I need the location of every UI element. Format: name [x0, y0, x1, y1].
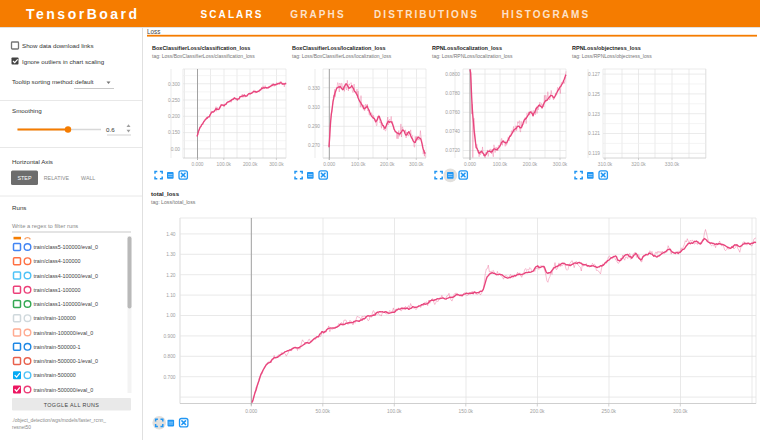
- svg-text:300.0k: 300.0k: [409, 162, 424, 167]
- svg-text:320.0k: 320.0k: [631, 162, 646, 167]
- svg-text:0.0780: 0.0780: [445, 91, 460, 96]
- svg-text:50.00k: 50.00k: [316, 409, 331, 414]
- svg-text:1.10: 1.10: [166, 293, 176, 298]
- svg-text:0.0760: 0.0760: [445, 110, 460, 115]
- svg-text:tag: Loss/total_loss: tag: Loss/total_loss: [151, 199, 196, 205]
- svg-text:1.00: 1.00: [166, 313, 176, 318]
- svg-text:Smoothing: Smoothing: [12, 107, 42, 114]
- svg-text:TensorBoard: TensorBoard: [26, 6, 140, 22]
- svg-text:0.300: 0.300: [168, 82, 180, 87]
- svg-text:0.121: 0.121: [588, 131, 600, 136]
- svg-text:200.0k: 200.0k: [523, 162, 538, 167]
- svg-text:0.150: 0.150: [168, 130, 180, 135]
- svg-text:100.0k: 100.0k: [493, 162, 508, 167]
- svg-text:0.0740: 0.0740: [445, 129, 460, 134]
- svg-text:100.0k: 100.0k: [351, 162, 366, 167]
- svg-text:0.310: 0.310: [308, 105, 320, 110]
- svg-text:Tooltip sorting method:: Tooltip sorting method:: [12, 78, 75, 85]
- svg-text:1.30: 1.30: [166, 252, 176, 257]
- svg-text:150.0k: 150.0k: [459, 409, 474, 414]
- svg-text:300.0k: 300.0k: [673, 409, 688, 414]
- svg-text:100.0k: 100.0k: [387, 409, 402, 414]
- svg-text:Runs: Runs: [12, 204, 26, 211]
- svg-text:train/class1-100000/eval_0: train/class1-100000/eval_0: [34, 301, 98, 307]
- svg-text:0.800: 0.800: [163, 354, 175, 359]
- svg-text:BoxClassifierLoss/classificati: BoxClassifierLoss/classification_loss: [152, 45, 250, 51]
- svg-text:RPNLoss/localization_loss: RPNLoss/localization_loss: [432, 45, 502, 51]
- svg-text:310.0k: 310.0k: [598, 162, 613, 167]
- svg-text:DISTRIBUTIONS: DISTRIBUTIONS: [374, 9, 479, 20]
- svg-text:0.700: 0.700: [163, 375, 175, 380]
- svg-text:tag: Loss/RPNLoss/localization: tag: Loss/RPNLoss/localization_loss: [432, 53, 513, 59]
- svg-text:train/class4-100000: train/class4-100000: [34, 258, 81, 264]
- svg-text:0.6: 0.6: [106, 126, 115, 133]
- svg-text:0.290: 0.290: [308, 124, 320, 129]
- svg-text:train/train-500000-1/eval_0: train/train-500000-1/eval_0: [34, 358, 98, 364]
- svg-text:330.0k: 330.0k: [665, 162, 680, 167]
- svg-text:0.0800: 0.0800: [445, 72, 460, 77]
- svg-text:tag: Loss/BoxClassifierLoss/lo: tag: Loss/BoxClassifierLoss/localization…: [292, 53, 392, 59]
- svg-text:1.40: 1.40: [166, 232, 176, 237]
- svg-text:200.0k: 200.0k: [243, 162, 258, 167]
- svg-text:resnet50: resnet50: [12, 425, 31, 430]
- svg-text:BoxClassifierLoss/localization: BoxClassifierLoss/localization_loss: [292, 45, 386, 51]
- svg-text:train/train-500000/eval_0: train/train-500000/eval_0: [34, 387, 94, 393]
- svg-text:300.0k: 300.0k: [553, 162, 568, 167]
- svg-text:0.00: 0.00: [171, 147, 181, 152]
- svg-text:default: default: [75, 78, 94, 85]
- svg-text:0.000: 0.000: [323, 162, 335, 167]
- svg-text:train/class4-100000/eval_0: train/class4-100000/eval_0: [34, 273, 98, 279]
- svg-text:GRAPHS: GRAPHS: [290, 9, 345, 20]
- svg-text:train/class1-100000: train/class1-100000: [34, 287, 81, 293]
- svg-text:./object_detection/wgs/models/: ./object_detection/wgs/models/faster_rcn…: [12, 418, 106, 423]
- svg-text:RELATIVE: RELATIVE: [44, 175, 70, 181]
- svg-text:Ignore outliers in chart scali: Ignore outliers in chart scaling: [22, 58, 105, 65]
- svg-text:train/train-500000: train/train-500000: [34, 372, 76, 378]
- svg-text:HISTOGRAMS: HISTOGRAMS: [502, 9, 591, 20]
- svg-text:0.0720: 0.0720: [445, 148, 460, 153]
- svg-text:0.270: 0.270: [308, 143, 320, 148]
- svg-text:Show data download links: Show data download links: [22, 42, 94, 49]
- svg-text:0.250: 0.250: [168, 98, 180, 103]
- svg-text:250.0k: 250.0k: [602, 409, 617, 414]
- svg-text:total_loss: total_loss: [151, 191, 180, 197]
- svg-text:100.0k: 100.0k: [217, 162, 232, 167]
- svg-text:0.123: 0.123: [588, 112, 600, 117]
- svg-text:RPNLoss/objectness_loss: RPNLoss/objectness_loss: [572, 45, 641, 51]
- svg-text:0.330: 0.330: [308, 86, 320, 91]
- svg-text:Loss: Loss: [147, 28, 160, 35]
- svg-text:train/train-100000: train/train-100000: [34, 315, 76, 321]
- svg-text:TOGGLE ALL RUNS: TOGGLE ALL RUNS: [44, 402, 100, 408]
- svg-text:0.000: 0.000: [191, 162, 203, 167]
- svg-text:train/class5-100000/eval_0: train/class5-100000/eval_0: [34, 244, 98, 250]
- svg-text:200.0k: 200.0k: [380, 162, 395, 167]
- svg-text:300.0k: 300.0k: [269, 162, 284, 167]
- svg-text:STEP: STEP: [17, 175, 31, 181]
- svg-text:train/train-100000/eval_0: train/train-100000/eval_0: [34, 330, 94, 336]
- svg-text:1.20: 1.20: [166, 273, 176, 278]
- svg-text:tag: Loss/RPNLoss/objectness_l: tag: Loss/RPNLoss/objectness_loss: [572, 53, 652, 59]
- svg-text:SCALARS: SCALARS: [200, 9, 263, 20]
- svg-text:200.0k: 200.0k: [530, 409, 545, 414]
- svg-text:0.900: 0.900: [163, 334, 175, 339]
- svg-text:train/train-500000-1: train/train-500000-1: [34, 344, 81, 350]
- svg-text:Write a regex to filter runs: Write a regex to filter runs: [12, 223, 78, 229]
- svg-text:tag: Loss/BoxClassifierLoss/cl: tag: Loss/BoxClassifierLoss/classificati…: [152, 53, 255, 59]
- svg-text:0.000: 0.000: [245, 409, 257, 414]
- svg-text:0.119: 0.119: [588, 151, 600, 156]
- svg-text:0.127: 0.127: [588, 72, 600, 77]
- svg-text:WALL: WALL: [81, 175, 95, 181]
- svg-text:0.200: 0.200: [168, 114, 180, 119]
- svg-text:0.000: 0.000: [464, 162, 476, 167]
- svg-text:Horizontal Axis: Horizontal Axis: [12, 158, 53, 165]
- svg-text:0.125: 0.125: [588, 92, 600, 97]
